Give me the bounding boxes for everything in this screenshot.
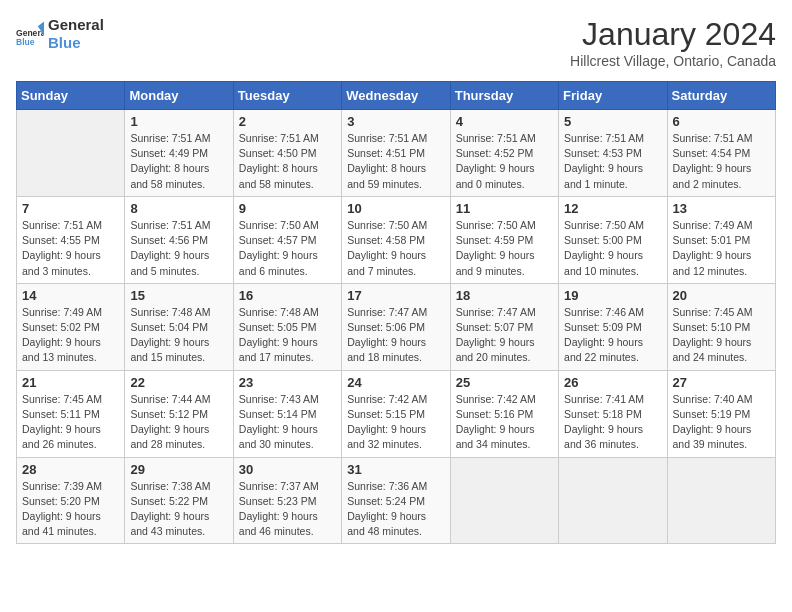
page-header: General Blue General Blue January 2024 H… xyxy=(16,16,776,69)
day-info: Sunrise: 7:50 AM Sunset: 5:00 PM Dayligh… xyxy=(564,218,661,279)
day-info: Sunrise: 7:51 AM Sunset: 4:55 PM Dayligh… xyxy=(22,218,119,279)
day-info: Sunrise: 7:42 AM Sunset: 5:15 PM Dayligh… xyxy=(347,392,444,453)
day-info: Sunrise: 7:51 AM Sunset: 4:53 PM Dayligh… xyxy=(564,131,661,192)
day-info: Sunrise: 7:42 AM Sunset: 5:16 PM Dayligh… xyxy=(456,392,553,453)
day-info: Sunrise: 7:40 AM Sunset: 5:19 PM Dayligh… xyxy=(673,392,770,453)
header-cell-thursday: Thursday xyxy=(450,82,558,110)
day-info: Sunrise: 7:51 AM Sunset: 4:52 PM Dayligh… xyxy=(456,131,553,192)
day-number: 13 xyxy=(673,201,770,216)
month-title: January 2024 xyxy=(570,16,776,53)
week-row-4: 21Sunrise: 7:45 AM Sunset: 5:11 PM Dayli… xyxy=(17,370,776,457)
day-number: 11 xyxy=(456,201,553,216)
day-info: Sunrise: 7:51 AM Sunset: 4:50 PM Dayligh… xyxy=(239,131,336,192)
day-cell: 5Sunrise: 7:51 AM Sunset: 4:53 PM Daylig… xyxy=(559,110,667,197)
day-cell: 20Sunrise: 7:45 AM Sunset: 5:10 PM Dayli… xyxy=(667,283,775,370)
day-cell: 26Sunrise: 7:41 AM Sunset: 5:18 PM Dayli… xyxy=(559,370,667,457)
day-info: Sunrise: 7:47 AM Sunset: 5:07 PM Dayligh… xyxy=(456,305,553,366)
day-info: Sunrise: 7:46 AM Sunset: 5:09 PM Dayligh… xyxy=(564,305,661,366)
week-row-2: 7Sunrise: 7:51 AM Sunset: 4:55 PM Daylig… xyxy=(17,196,776,283)
day-info: Sunrise: 7:41 AM Sunset: 5:18 PM Dayligh… xyxy=(564,392,661,453)
day-info: Sunrise: 7:49 AM Sunset: 5:01 PM Dayligh… xyxy=(673,218,770,279)
day-cell: 12Sunrise: 7:50 AM Sunset: 5:00 PM Dayli… xyxy=(559,196,667,283)
day-info: Sunrise: 7:45 AM Sunset: 5:11 PM Dayligh… xyxy=(22,392,119,453)
logo-text-line1: General xyxy=(48,16,104,34)
day-number: 8 xyxy=(130,201,227,216)
logo-icon: General Blue xyxy=(16,20,44,48)
day-info: Sunrise: 7:39 AM Sunset: 5:20 PM Dayligh… xyxy=(22,479,119,540)
day-cell: 31Sunrise: 7:36 AM Sunset: 5:24 PM Dayli… xyxy=(342,457,450,544)
day-cell: 21Sunrise: 7:45 AM Sunset: 5:11 PM Dayli… xyxy=(17,370,125,457)
day-cell: 22Sunrise: 7:44 AM Sunset: 5:12 PM Dayli… xyxy=(125,370,233,457)
day-number: 18 xyxy=(456,288,553,303)
day-number: 7 xyxy=(22,201,119,216)
day-info: Sunrise: 7:49 AM Sunset: 5:02 PM Dayligh… xyxy=(22,305,119,366)
location-subtitle: Hillcrest Village, Ontario, Canada xyxy=(570,53,776,69)
day-number: 21 xyxy=(22,375,119,390)
day-info: Sunrise: 7:48 AM Sunset: 5:04 PM Dayligh… xyxy=(130,305,227,366)
day-cell: 3Sunrise: 7:51 AM Sunset: 4:51 PM Daylig… xyxy=(342,110,450,197)
day-cell xyxy=(667,457,775,544)
day-info: Sunrise: 7:36 AM Sunset: 5:24 PM Dayligh… xyxy=(347,479,444,540)
header-cell-tuesday: Tuesday xyxy=(233,82,341,110)
day-number: 26 xyxy=(564,375,661,390)
day-number: 6 xyxy=(673,114,770,129)
day-cell: 10Sunrise: 7:50 AM Sunset: 4:58 PM Dayli… xyxy=(342,196,450,283)
day-number: 3 xyxy=(347,114,444,129)
day-number: 9 xyxy=(239,201,336,216)
day-cell: 19Sunrise: 7:46 AM Sunset: 5:09 PM Dayli… xyxy=(559,283,667,370)
day-info: Sunrise: 7:48 AM Sunset: 5:05 PM Dayligh… xyxy=(239,305,336,366)
day-number: 5 xyxy=(564,114,661,129)
day-number: 1 xyxy=(130,114,227,129)
day-info: Sunrise: 7:51 AM Sunset: 4:54 PM Dayligh… xyxy=(673,131,770,192)
header-cell-monday: Monday xyxy=(125,82,233,110)
day-cell: 24Sunrise: 7:42 AM Sunset: 5:15 PM Dayli… xyxy=(342,370,450,457)
header-cell-saturday: Saturday xyxy=(667,82,775,110)
day-info: Sunrise: 7:50 AM Sunset: 4:59 PM Dayligh… xyxy=(456,218,553,279)
day-number: 27 xyxy=(673,375,770,390)
logo: General Blue General Blue xyxy=(16,16,104,52)
day-info: Sunrise: 7:37 AM Sunset: 5:23 PM Dayligh… xyxy=(239,479,336,540)
day-info: Sunrise: 7:43 AM Sunset: 5:14 PM Dayligh… xyxy=(239,392,336,453)
day-number: 14 xyxy=(22,288,119,303)
day-cell: 8Sunrise: 7:51 AM Sunset: 4:56 PM Daylig… xyxy=(125,196,233,283)
day-cell xyxy=(559,457,667,544)
day-number: 24 xyxy=(347,375,444,390)
day-number: 20 xyxy=(673,288,770,303)
day-info: Sunrise: 7:50 AM Sunset: 4:57 PM Dayligh… xyxy=(239,218,336,279)
day-cell: 14Sunrise: 7:49 AM Sunset: 5:02 PM Dayli… xyxy=(17,283,125,370)
header-cell-friday: Friday xyxy=(559,82,667,110)
day-number: 12 xyxy=(564,201,661,216)
day-info: Sunrise: 7:38 AM Sunset: 5:22 PM Dayligh… xyxy=(130,479,227,540)
day-cell: 7Sunrise: 7:51 AM Sunset: 4:55 PM Daylig… xyxy=(17,196,125,283)
day-number: 16 xyxy=(239,288,336,303)
week-row-1: 1Sunrise: 7:51 AM Sunset: 4:49 PM Daylig… xyxy=(17,110,776,197)
day-cell: 29Sunrise: 7:38 AM Sunset: 5:22 PM Dayli… xyxy=(125,457,233,544)
day-cell xyxy=(450,457,558,544)
day-info: Sunrise: 7:44 AM Sunset: 5:12 PM Dayligh… xyxy=(130,392,227,453)
day-cell: 2Sunrise: 7:51 AM Sunset: 4:50 PM Daylig… xyxy=(233,110,341,197)
day-number: 23 xyxy=(239,375,336,390)
day-info: Sunrise: 7:47 AM Sunset: 5:06 PM Dayligh… xyxy=(347,305,444,366)
day-cell: 15Sunrise: 7:48 AM Sunset: 5:04 PM Dayli… xyxy=(125,283,233,370)
day-number: 29 xyxy=(130,462,227,477)
day-cell: 1Sunrise: 7:51 AM Sunset: 4:49 PM Daylig… xyxy=(125,110,233,197)
day-number: 15 xyxy=(130,288,227,303)
day-cell: 16Sunrise: 7:48 AM Sunset: 5:05 PM Dayli… xyxy=(233,283,341,370)
day-cell: 17Sunrise: 7:47 AM Sunset: 5:06 PM Dayli… xyxy=(342,283,450,370)
day-number: 28 xyxy=(22,462,119,477)
day-number: 31 xyxy=(347,462,444,477)
title-block: January 2024 Hillcrest Village, Ontario,… xyxy=(570,16,776,69)
day-info: Sunrise: 7:45 AM Sunset: 5:10 PM Dayligh… xyxy=(673,305,770,366)
day-cell: 30Sunrise: 7:37 AM Sunset: 5:23 PM Dayli… xyxy=(233,457,341,544)
day-info: Sunrise: 7:51 AM Sunset: 4:49 PM Dayligh… xyxy=(130,131,227,192)
day-number: 22 xyxy=(130,375,227,390)
svg-text:Blue: Blue xyxy=(16,37,35,47)
calendar-table: SundayMondayTuesdayWednesdayThursdayFrid… xyxy=(16,81,776,544)
day-number: 30 xyxy=(239,462,336,477)
day-info: Sunrise: 7:51 AM Sunset: 4:56 PM Dayligh… xyxy=(130,218,227,279)
day-cell: 28Sunrise: 7:39 AM Sunset: 5:20 PM Dayli… xyxy=(17,457,125,544)
day-cell: 6Sunrise: 7:51 AM Sunset: 4:54 PM Daylig… xyxy=(667,110,775,197)
header-cell-wednesday: Wednesday xyxy=(342,82,450,110)
calendar-body: 1Sunrise: 7:51 AM Sunset: 4:49 PM Daylig… xyxy=(17,110,776,544)
day-cell: 13Sunrise: 7:49 AM Sunset: 5:01 PM Dayli… xyxy=(667,196,775,283)
